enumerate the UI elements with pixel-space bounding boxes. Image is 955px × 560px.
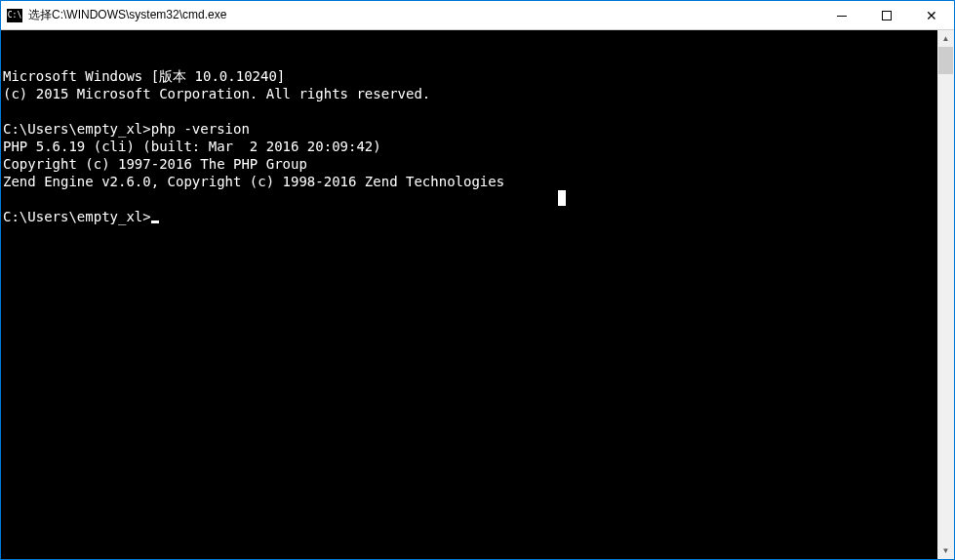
maximize-button[interactable] [864,1,909,30]
terminal-line [3,102,937,120]
terminal-line [3,190,937,208]
minimize-button[interactable] [819,1,864,30]
window-controls: ✕ [819,1,954,29]
terminal-output[interactable]: Microsoft Windows [版本 10.0.10240](c) 201… [1,30,937,559]
text-cursor [151,220,159,223]
terminal-line: C:\Users\empty_xl> [3,208,937,225]
terminal-container: Microsoft Windows [版本 10.0.10240](c) 201… [1,30,954,559]
terminal-line: (c) 2015 Microsoft Corporation. All righ… [3,85,937,102]
window-titlebar[interactable]: C:\ 选择C:\WINDOWS\system32\cmd.exe ✕ [1,1,954,30]
cmd-icon: C:\ [7,9,22,22]
scroll-down-button[interactable]: ▼ [937,542,954,559]
selection-cursor [558,190,566,206]
close-button[interactable]: ✕ [909,1,954,30]
terminal-line: Zend Engine v2.6.0, Copyright (c) 1998-2… [3,173,937,190]
maximize-icon [882,11,892,20]
terminal-line: Copyright (c) 1997-2016 The PHP Group [3,155,937,173]
close-icon: ✕ [926,9,937,22]
scroll-thumb[interactable] [938,47,953,74]
terminal-line: C:\Users\empty_xl>php -version [3,120,937,138]
terminal-line: PHP 5.6.19 (cli) (built: Mar 2 2016 20:0… [3,138,937,155]
terminal-line: Microsoft Windows [版本 10.0.10240] [3,67,937,85]
scroll-up-button[interactable]: ▲ [937,30,954,47]
window-title: 选择C:\WINDOWS\system32\cmd.exe [28,7,819,23]
vertical-scrollbar[interactable]: ▲ ▼ [937,30,954,559]
minimize-icon [837,16,847,17]
